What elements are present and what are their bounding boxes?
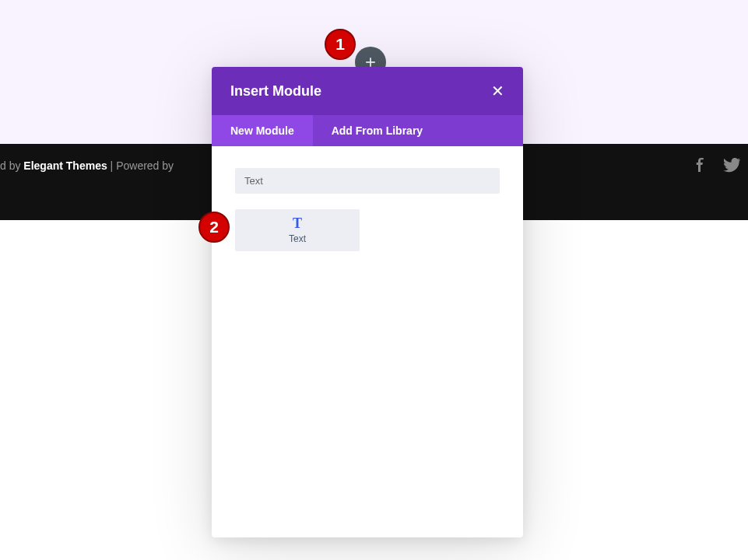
tab-add-from-library[interactable]: Add From Library	[313, 115, 441, 146]
module-label: Text	[289, 233, 306, 244]
module-text[interactable]: T Text	[235, 209, 360, 251]
annotation-callout-1: 1	[325, 29, 356, 60]
module-grid: T Text	[235, 209, 500, 251]
annotation-callout-2: 2	[198, 212, 230, 243]
footer-prefix: d by	[0, 159, 23, 172]
twitter-icon[interactable]	[723, 156, 740, 177]
facebook-icon[interactable]	[694, 156, 708, 177]
text-icon: T	[293, 216, 302, 230]
footer-social-icons	[694, 156, 740, 177]
annotation-number-2: 2	[209, 218, 219, 236]
tab-new-module[interactable]: New Module	[212, 115, 313, 146]
module-search-input[interactable]	[235, 168, 500, 194]
modal-title: Insert Module	[230, 83, 321, 100]
footer-mid: | Powered by	[107, 159, 174, 172]
annotation-number-1: 1	[335, 35, 345, 54]
insert-module-modal: Insert Module ✕ New Module Add From Libr…	[212, 67, 523, 537]
modal-tabs: New Module Add From Library	[212, 115, 523, 146]
modal-body: T Text	[212, 146, 523, 273]
footer-brand[interactable]: Elegant Themes	[23, 159, 107, 172]
modal-header: Insert Module ✕	[212, 67, 523, 115]
close-icon[interactable]: ✕	[491, 83, 504, 99]
